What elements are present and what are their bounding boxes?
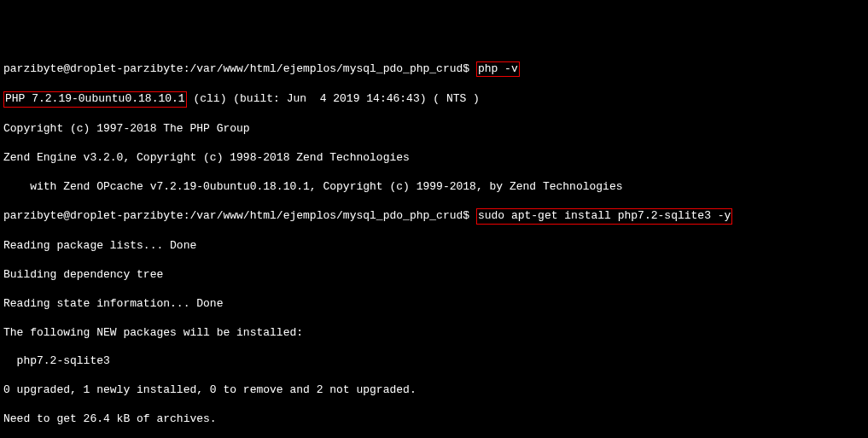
terminal-line: parzibyte@droplet-parzibyte:/var/www/htm…	[3, 208, 865, 225]
terminal-line: parzibyte@droplet-parzibyte:/var/www/htm…	[3, 61, 865, 78]
terminal-line: The following NEW packages will be insta…	[3, 326, 865, 341]
terminal-line: 0 upgraded, 1 newly installed, 0 to remo…	[3, 383, 865, 398]
terminal-line: with Zend OPcache v7.2.19-0ubuntu0.18.10…	[3, 180, 865, 195]
command-highlight: php -v	[476, 61, 520, 78]
shell-prompt: parzibyte@droplet-parzibyte:/var/www/htm…	[3, 209, 476, 222]
terminal-line: Reading package lists... Done	[3, 239, 865, 254]
terminal-line: Zend Engine v3.2.0, Copyright (c) 1998-2…	[3, 151, 865, 166]
terminal-line: Copyright (c) 1997-2018 The PHP Group	[3, 122, 865, 137]
terminal-line: Building dependency tree	[3, 268, 865, 283]
terminal-line: Reading state information... Done	[3, 297, 865, 312]
command-highlight: sudo apt-get install php7.2-sqlite3 -y	[476, 208, 732, 225]
terminal-line: Need to get 26.4 kB of archives.	[3, 412, 865, 427]
version-highlight: PHP 7.2.19-0ubuntu0.18.10.1	[3, 91, 187, 108]
shell-prompt: parzibyte@droplet-parzibyte:/var/www/htm…	[3, 62, 476, 75]
terminal-line: php7.2-sqlite3	[3, 354, 865, 369]
output-text: (cli) (built: Jun 4 2019 14:46:43) ( NTS…	[187, 92, 480, 105]
terminal-line: PHP 7.2.19-0ubuntu0.18.10.1 (cli) (built…	[3, 91, 865, 108]
